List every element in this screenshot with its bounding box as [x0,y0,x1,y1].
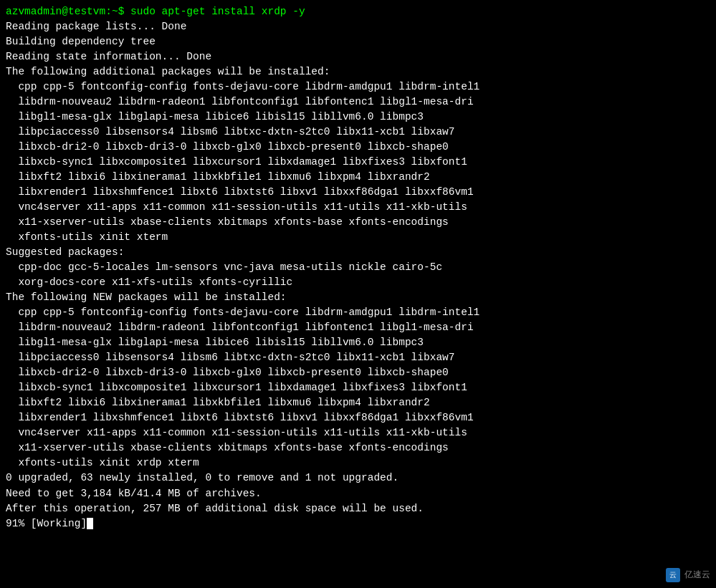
line-13: vnc4server x11-apps x11-common x11-sessi… [6,200,710,215]
terminal-cursor [87,518,93,529]
line-26: libxft2 libxi6 libxinerama1 libxkbfile1 … [6,395,710,410]
line-10: libxcb-sync1 libxcomposite1 libxcursor1 … [6,155,710,170]
line-34: 91% [Working] [6,516,710,531]
line-5: cpp cpp-5 fontconfig-config fonts-dejavu… [6,79,710,95]
line-11: libxft2 libxi6 libxinerama1 libxkbfile1 … [6,170,710,185]
line-8: libpciaccess0 libsensors4 libsm6 libtxc-… [6,125,710,140]
line-2: Building dependency tree [6,34,710,49]
line-17: cpp-doc gcc-5-locales lm-sensors vnc-jav… [6,260,710,275]
line-24: libxcb-dri2-0 libxcb-dri3-0 libxcb-glx0 … [6,365,710,380]
line-16: Suggested packages: [6,245,710,260]
watermark-icon: 云 [666,568,680,582]
line-prompt: azvmadmin@testvm:~$ sudo apt-get install… [6,4,710,19]
line-28: vnc4server x11-apps x11-common x11-sessi… [6,425,710,440]
watermark: 云 亿速云 [666,568,710,582]
line-18: xorg-docs-core x11-xfs-utils xfonts-cyri… [6,275,710,290]
line-31: 0 upgraded, 63 newly installed, 0 to rem… [6,471,710,486]
line-33: After this operation, 257 MB of addition… [6,501,710,516]
line-7: libgl1-mesa-glx libglapi-mesa libice6 li… [6,110,710,125]
line-20: cpp cpp-5 fontconfig-config fonts-dejavu… [6,305,710,320]
line-22: libgl1-mesa-glx libglapi-mesa libice6 li… [6,335,710,350]
line-21: libdrm-nouveau2 libdrm-radeon1 libfontco… [6,320,710,335]
line-6: libdrm-nouveau2 libdrm-radeon1 libfontco… [6,95,710,110]
line-19: The following NEW packages will be insta… [6,290,710,305]
line-23: libpciaccess0 libsensors4 libsm6 libtxc-… [6,350,710,365]
line-3: Reading state information... Done [6,49,710,64]
line-12: libxrender1 libxshmfence1 libxt6 libxtst… [6,185,710,200]
watermark-text: 亿速云 [684,569,710,579]
line-30: xfonts-utils xinit xrdp xterm [6,456,710,471]
line-27: libxrender1 libxshmfence1 libxt6 libxtst… [6,410,710,425]
line-14: x11-xserver-utils xbase-clients xbitmaps… [6,215,710,230]
line-1: Reading package lists... Done [6,19,710,34]
line-25: libxcb-sync1 libxcomposite1 libxcursor1 … [6,380,710,395]
line-15: xfonts-utils xinit xterm [6,230,710,245]
line-32: Need to get 3,184 kB/41.4 MB of archives… [6,486,710,501]
line-29: x11-xserver-utils xbase-clients xbitmaps… [6,440,710,456]
terminal: azvmadmin@testvm:~$ sudo apt-get install… [0,0,716,588]
line-9: libxcb-dri2-0 libxcb-dri3-0 libxcb-glx0 … [6,140,710,155]
line-4: The following additional packages will b… [6,64,710,79]
